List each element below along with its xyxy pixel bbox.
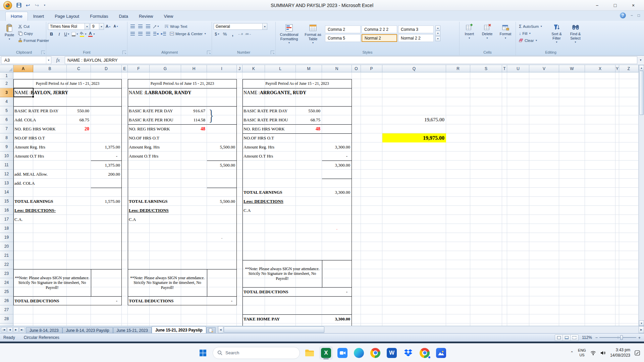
row-header-20[interactable]: 20: [0, 242, 13, 251]
scroll-right-button[interactable]: ▶: [639, 326, 644, 333]
cell-K6[interactable]: BASIC RATE PER HOU: [243, 115, 296, 124]
cell-F15[interactable]: TOTAL EARNINGS: [128, 197, 181, 206]
photos-icon[interactable]: [434, 346, 448, 360]
column-header-H[interactable]: H: [181, 65, 207, 72]
font-size-combo[interactable]: 9▼: [90, 23, 104, 30]
cell-C7[interactable]: 20: [67, 124, 91, 133]
row-header-8[interactable]: 8: [0, 133, 13, 142]
alignment-dialog-launcher[interactable]: ↘: [207, 51, 211, 54]
cell-A15[interactable]: TOTAL EARNINGS: [13, 197, 67, 206]
cell-A13[interactable]: add. COLA: [13, 179, 67, 188]
row-header-19[interactable]: 19: [0, 233, 13, 242]
borders-button[interactable]: ▼: [71, 31, 79, 37]
last-sheet-button[interactable]: ▶|: [19, 327, 25, 333]
column-header-Z[interactable]: Z: [619, 65, 639, 72]
increase-decimal-button[interactable]: ←.0: [237, 31, 244, 37]
clipboard-dialog-launcher[interactable]: ↘: [41, 51, 45, 54]
cell-D15[interactable]: 1,575.00: [91, 197, 122, 206]
cell-A10[interactable]: Amount O.T Hrs: [13, 152, 67, 161]
cell-F16[interactable]: Less: DEDUCTIONS: [128, 206, 181, 215]
sheet-tab[interactable]: June 15-21, 2023: [113, 327, 152, 333]
zoom-level[interactable]: 112%: [582, 335, 592, 340]
column-header-D[interactable]: D: [91, 65, 122, 72]
cut-button[interactable]: Cut: [17, 23, 50, 29]
row-header-26[interactable]: 26: [0, 296, 13, 305]
help-button[interactable]: ?: [620, 12, 626, 18]
scroll-left-button[interactable]: ◀: [218, 326, 223, 333]
row-header-23[interactable]: 23: [0, 269, 13, 278]
cell-F17[interactable]: C.A: [128, 215, 150, 224]
zoom-in-icon[interactable]: +: [638, 336, 641, 340]
number-format-combo[interactable]: General▼: [214, 23, 267, 30]
redo-button[interactable]: ↪: [34, 2, 40, 9]
row-header-28[interactable]: 28: [0, 314, 13, 323]
zoom-icon[interactable]: [336, 346, 349, 360]
file-explorer-icon[interactable]: [303, 346, 316, 360]
cell-D26[interactable]: -: [91, 296, 122, 305]
row-header-18[interactable]: 18: [0, 224, 13, 233]
cell-F6[interactable]: BASIC RATE PER HOU: [128, 115, 181, 124]
page-layout-view-button[interactable]: [563, 335, 571, 341]
cell-H7[interactable]: 48: [181, 124, 207, 133]
chrome-alt-icon[interactable]: [418, 346, 431, 360]
cell-M6[interactable]: 68.75: [296, 115, 322, 124]
formula-bar-expand-button[interactable]: ▼: [637, 56, 644, 65]
cell-K10[interactable]: Amount O.T Hrs: [243, 152, 296, 161]
cell-K28[interactable]: TAKE HOME PAY: [243, 314, 296, 323]
vertical-scroll-thumb[interactable]: [639, 71, 644, 115]
orientation-button[interactable]: ▼: [152, 23, 160, 29]
copy-button[interactable]: Copy: [17, 30, 50, 37]
style-chip[interactable]: Normal 2: [362, 34, 397, 42]
cell-A2[interactable]: Payroll Period As of June 15 - 21, 2023: [13, 79, 122, 88]
cell-K14[interactable]: TOTAL EARNINGS: [243, 188, 296, 197]
cell-Q8[interactable]: 19,975.00: [382, 133, 446, 142]
taskbar-search[interactable]: Search: [213, 347, 300, 359]
column-header-V[interactable]: V: [529, 65, 559, 72]
chrome-icon[interactable]: [369, 346, 382, 360]
row-header-3[interactable]: 3: [0, 88, 13, 97]
row-header-5[interactable]: 5: [0, 106, 13, 115]
vertical-scrollbar[interactable]: ▲ ▼: [639, 65, 644, 326]
pen-icon[interactable]: [635, 350, 640, 356]
column-header-R[interactable]: R: [446, 65, 470, 72]
cell-H5[interactable]: 916.67: [181, 106, 207, 115]
office-button[interactable]: [3, 1, 12, 10]
cell-F8[interactable]: NO.OF HRS O.T: [128, 133, 181, 142]
gallery-down-button[interactable]: ▼: [435, 31, 440, 36]
style-chip[interactable]: Comma 2: [325, 25, 361, 33]
cell-I19[interactable]: .: [207, 233, 237, 242]
font-color-button[interactable]: A ▼: [88, 31, 96, 37]
cell-F3[interactable]: NAME : LABRADOR, RANDY: [128, 88, 237, 97]
cell-H6[interactable]: 114.58: [181, 115, 207, 124]
row-header-11[interactable]: 11: [0, 161, 13, 170]
accounting-format-button[interactable]: $▼: [214, 31, 221, 37]
column-header-A[interactable]: A: [13, 65, 33, 72]
cell-K15[interactable]: Less: DEDUCTIONS: [243, 197, 296, 206]
zoom-out-icon[interactable]: −: [595, 336, 598, 340]
cell-F26[interactable]: TOTAL DEDUCTIONS: [128, 296, 181, 305]
row-header-27[interactable]: 27: [0, 305, 13, 314]
row-header-14[interactable]: 14: [0, 188, 13, 197]
cell-A16[interactable]: Less: DEDUCTIONS-: [13, 206, 67, 215]
align-middle-button[interactable]: [137, 23, 144, 29]
cells-canvas[interactable]: Payroll Period As of June 15 - 21, 2023N…: [13, 72, 639, 326]
conditional-formatting-button[interactable]: Conditional Formatting ▼: [277, 22, 301, 45]
cell-A26[interactable]: TOTAL DEDUCTIONS: [13, 296, 67, 305]
cell-F10[interactable]: Amount O.T Hrs: [128, 152, 181, 161]
cell-D12[interactable]: 200.00: [91, 170, 122, 179]
sheet-tab[interactable]: June 8-14, 2023 Payslip: [62, 327, 113, 333]
ribbon-tab-home[interactable]: Home: [5, 12, 28, 21]
italic-button[interactable]: I: [56, 31, 63, 37]
cell-I15[interactable]: 5,500.00: [207, 197, 237, 206]
column-header-P[interactable]: P: [361, 65, 382, 72]
wifi-icon[interactable]: [590, 351, 596, 355]
maximize-button[interactable]: □: [610, 2, 620, 9]
align-top-button[interactable]: [129, 23, 136, 29]
cell-M5[interactable]: 550.00: [296, 106, 322, 115]
row-header-10[interactable]: 10: [0, 152, 13, 161]
column-header-M[interactable]: M: [296, 65, 322, 72]
cell-C6[interactable]: 68.75: [67, 115, 91, 124]
cell-N11[interactable]: 3,300.00: [322, 161, 352, 170]
cell-K16[interactable]: C.A: [243, 206, 265, 215]
horizontal-scrollbar[interactable]: ◀ ▶: [218, 326, 644, 333]
